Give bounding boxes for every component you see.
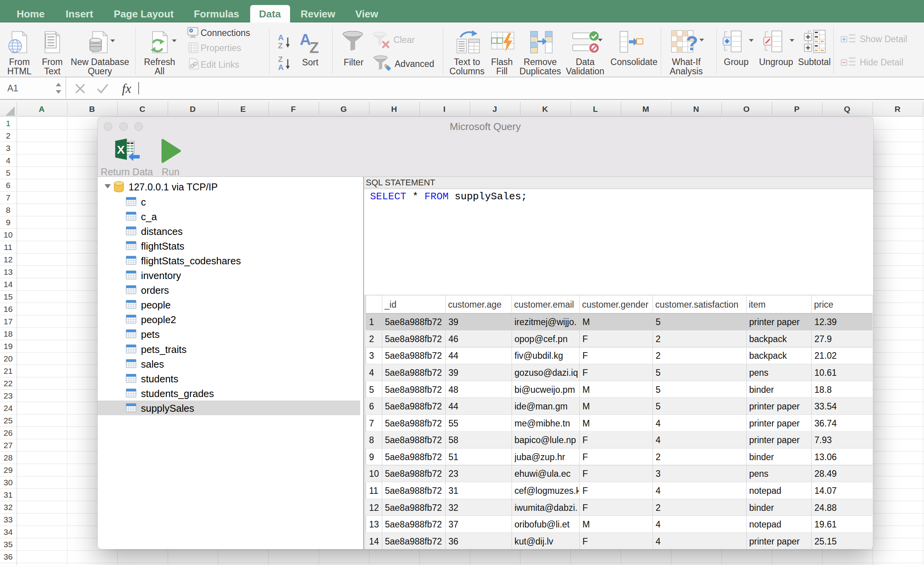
svg-text:A: A bbox=[278, 33, 283, 42]
svg-text:Z: Z bbox=[278, 41, 283, 50]
svg-text:X: X bbox=[117, 143, 125, 156]
svg-text:A: A bbox=[278, 63, 283, 72]
svg-text:Z: Z bbox=[309, 39, 319, 54]
svg-text:?: ? bbox=[686, 32, 698, 53]
svg-text:Z: Z bbox=[278, 55, 283, 63]
